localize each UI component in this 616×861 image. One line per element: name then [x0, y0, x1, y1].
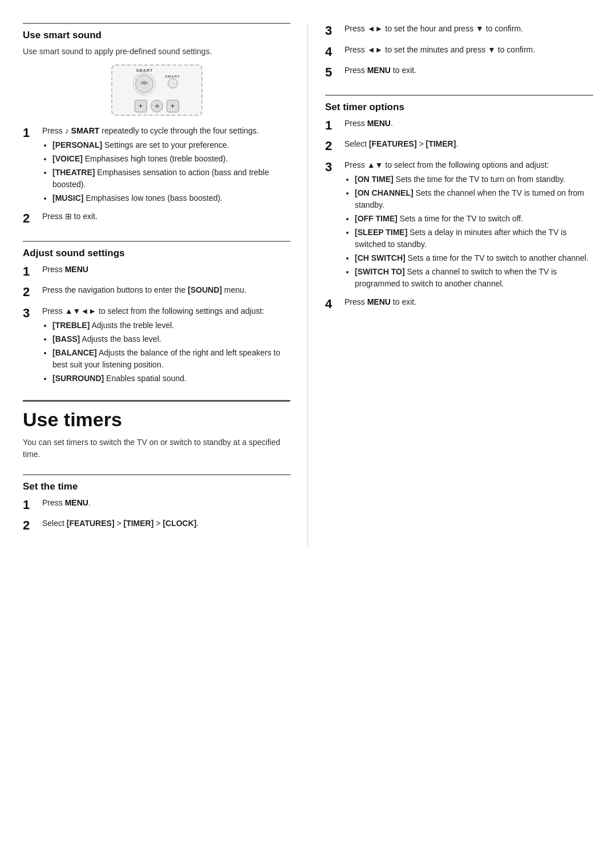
set-time-continued-steps: 3 Press ◄► to set the hour and press ▼ t… — [325, 23, 593, 81]
step-2-timer-options: 2 Select [FEATURES] > [TIMER]. — [325, 138, 593, 155]
sub-item-bass: [BASS] Adjusts the bass level. — [52, 333, 290, 345]
sub-item-ch-switch: [CH SWITCH] Sets a time for the TV to sw… — [355, 252, 593, 264]
sub-item-on-channel: [ON CHANNEL] Sets the channel when the T… — [355, 187, 593, 211]
step-4-timer-options: 4 Press MENU to exit. — [325, 296, 593, 313]
set-timer-options-section: Set timer options 1 Press MENU. 2 Select… — [325, 95, 593, 313]
adjust-sound-steps: 1 Press MENU 2 Press the navigation butt… — [23, 264, 290, 386]
svg-line-1 — [158, 105, 160, 107]
step-2-timer-options-text: Select [FEATURES] > [TIMER]. — [345, 138, 593, 150]
section-divider-set-time — [23, 474, 290, 475]
set-the-time-title: Set the time — [23, 481, 290, 492]
step-1-set-time-text: Press MENU. — [42, 497, 290, 509]
step-1-smart-sound-sublist: [PERSONAL] Settings are set to your pref… — [42, 139, 290, 204]
step-3-set-time: 3 Press ◄► to set the hour and press ▼ t… — [325, 23, 593, 39]
set-timer-options-steps: 1 Press MENU. 2 Select [FEATURES] > [TIM… — [325, 118, 593, 313]
sub-item-theatre: [THEATRE] Emphasises sensation to action… — [52, 167, 290, 191]
sub-item-off-time: [OFF TIME] Sets a time for the TV to swi… — [355, 213, 593, 225]
step-4-set-time-text: Press ◄► to set the minutes and press ▼ … — [345, 44, 593, 56]
sub-item-surround: [SURROUND] Enables spatial sound. — [52, 373, 290, 385]
sub-item-on-time: [ON TIME] Sets the time for the TV to tu… — [355, 173, 593, 185]
adjust-sound-title: Adjust sound settings — [23, 248, 290, 259]
step-3-adjust-sound: 3 Press ▲▼◄► to select from the followin… — [23, 305, 290, 386]
set-the-time-steps: 1 Press MENU. 2 Select [FEATURES] > [TIM… — [23, 497, 290, 534]
step-2-adjust-sound-text: Press the navigation buttons to enter th… — [42, 284, 290, 296]
adjust-sound-section: Adjust sound settings 1 Press MENU 2 Pre… — [23, 241, 290, 386]
use-timers-title: Use timers — [23, 409, 290, 431]
step-2-set-time: 2 Select [FEATURES] > [TIMER] > [CLOCK]. — [23, 518, 290, 534]
sub-item-voice: [VOICE] Emphasises high tones (treble bo… — [52, 153, 290, 165]
step-3-set-time-text: Press ◄► to set the hour and press ▼ to … — [345, 23, 593, 35]
step-2-smart-sound: 2 Press ⊞ to exit. — [23, 211, 290, 227]
sub-item-sleep-time: [SLEEP TIME] Sets a delay in minutes aft… — [355, 227, 593, 250]
step-3-adjust-sound-text: Press ▲▼◄► to select from the following … — [42, 306, 264, 316]
step-1-adjust-sound: 1 Press MENU — [23, 264, 290, 280]
step-2-adjust-sound: 2 Press the navigation buttons to enter … — [23, 284, 290, 301]
step-2-set-time-text: Select [FEATURES] > [TIMER] > [CLOCK]. — [42, 518, 290, 529]
section-divider-adjust-sound — [23, 241, 290, 242]
step-2-smart-sound-text: Press ⊞ to exit. — [42, 211, 290, 223]
step-3-timer-options: 3 Press ▲▼ to select from the following … — [325, 159, 593, 292]
sub-item-switch-to: [SWITCH TO] Sets a channel to switch to … — [355, 266, 593, 290]
sub-item-treble: [TREBLE] Adjusts the treble level. — [52, 320, 290, 332]
step-3-timer-options-text: Press ▲▼ to select from the following op… — [345, 160, 549, 169]
section-divider-timer-options — [325, 95, 593, 96]
step-1-adjust-sound-text: Press MENU — [42, 264, 290, 276]
sub-item-personal: [PERSONAL] Settings are set to your pref… — [52, 139, 290, 151]
use-timers-divider — [23, 400, 290, 402]
step-1-timer-options-text: Press MENU. — [345, 118, 593, 130]
use-timers-intro: You can set timers to switch the TV on o… — [23, 436, 290, 460]
smart-sound-intro: Use smart sound to apply pre-defined sou… — [23, 46, 290, 58]
step-5-set-time-text: Press MENU to exit. — [345, 64, 593, 76]
set-timer-options-title: Set timer options — [325, 102, 593, 113]
step-1-smart-sound-text: Press ♪ SMART repeatedly to cycle throug… — [42, 126, 259, 135]
step-3-timer-options-sublist: [ON TIME] Sets the time for the TV to tu… — [345, 173, 593, 290]
step-4-timer-options-text: Press MENU to exit. — [345, 296, 593, 308]
section-divider-smart-sound — [23, 23, 290, 24]
smart-sound-steps: 1 Press ♪ SMART repeatedly to cycle thro… — [23, 125, 290, 227]
set-time-continued-section: 3 Press ◄► to set the hour and press ▼ t… — [325, 23, 593, 81]
svg-point-0 — [144, 83, 145, 85]
set-the-time-section: Set the time 1 Press MENU. 2 Select [FEA… — [23, 474, 290, 534]
sub-item-balance: [BALANCE] Adjusts the balance of the rig… — [52, 347, 290, 371]
sub-item-music: [MUSIC] Emphasises low tones (bass boost… — [52, 192, 290, 204]
smart-sound-title: Use smart sound — [23, 30, 290, 41]
step-1-set-time: 1 Press MENU. — [23, 497, 290, 514]
step-3-adjust-sound-sublist: [TREBLE] Adjusts the treble level. [BASS… — [42, 320, 290, 385]
use-timers-section: Use timers You can set timers to switch … — [23, 400, 290, 460]
use-smart-sound-section: Use smart sound Use smart sound to apply… — [23, 23, 290, 227]
remote-illustration: SMART SMART + — [111, 64, 202, 116]
step-5-set-time: 5 Press MENU to exit. — [325, 64, 593, 81]
step-1-smart-sound: 1 Press ♪ SMART repeatedly to cycle thro… — [23, 125, 290, 206]
step-4-set-time: 4 Press ◄► to set the minutes and press … — [325, 44, 593, 60]
step-1-timer-options: 1 Press MENU. — [325, 118, 593, 134]
